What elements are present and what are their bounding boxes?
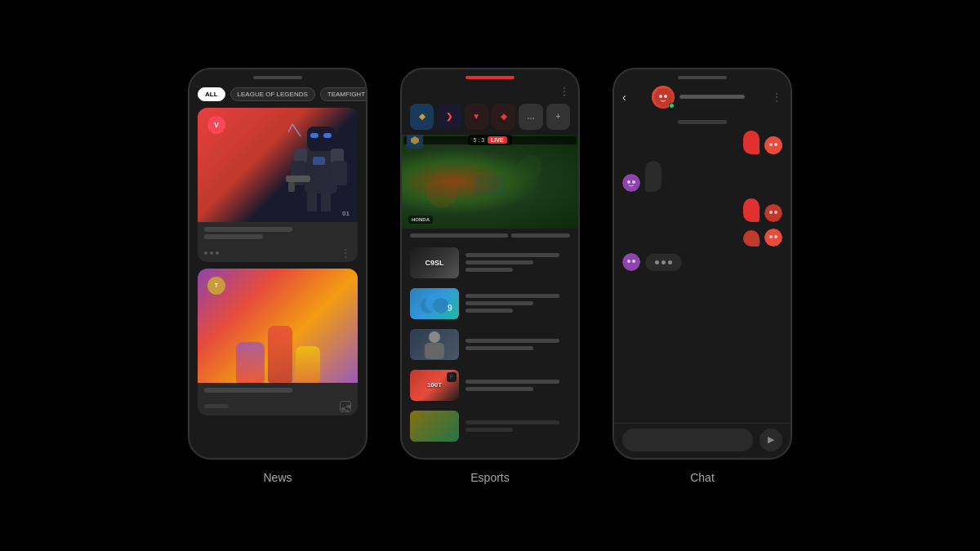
stream-info-4 [466, 380, 570, 391]
svg-rect-9 [288, 182, 295, 192]
stream-thumb-c9sl: C9SL [410, 247, 459, 278]
svg-text:9: 9 [448, 302, 452, 312]
card-meta-bar-2 [204, 234, 263, 239]
more-options-dots[interactable]: ⋮ [340, 247, 351, 259]
game-icon-valorant[interactable]: ❯ [437, 104, 461, 130]
stream-item-1[interactable]: C9SL [402, 242, 578, 283]
message-sent-1 [622, 131, 782, 154]
received-stack-1 [645, 161, 662, 192]
typing-av [622, 253, 640, 271]
chat-messages [614, 115, 791, 423]
tft-char-2 [268, 326, 292, 383]
stream-pill-2 [511, 233, 570, 238]
tft-char-3 [296, 346, 320, 383]
svg-point-18 [425, 176, 457, 207]
tft-char-1 [236, 342, 265, 383]
svg-point-41 [774, 235, 777, 238]
news-card-valorant[interactable]: V [198, 108, 358, 262]
sent-av-inner-1 [764, 136, 782, 154]
stream-video[interactable]: 5 : 3 LIVE HONDA [402, 135, 578, 229]
tft-logo: T [207, 277, 225, 295]
notch-bar-esports [466, 76, 514, 79]
game-icons-row: ◆ ❯ ▼ ◈ … + [402, 100, 578, 135]
svg-point-23 [433, 297, 448, 313]
svg-point-32 [774, 143, 777, 146]
chat-input-area: ▶ [614, 423, 791, 458]
game-icon-tft[interactable]: ◈ [492, 104, 515, 130]
typing-dot-2 [662, 260, 666, 264]
stream-thumb-100t: 100T F [410, 370, 459, 401]
back-button[interactable]: ‹ [622, 91, 626, 104]
card-footer-1: ⋮ [198, 244, 358, 262]
news-content: ALL LEAGUE OF LEGENDS TEAMFIGHT T V [189, 82, 366, 458]
svg-point-39 [764, 229, 782, 247]
valorant-logo: V [207, 116, 225, 134]
card-footer-2 [198, 398, 358, 415]
info-bar-1c [466, 268, 513, 272]
stream-info-1 [466, 253, 570, 272]
info-bar-1a [466, 253, 559, 257]
news-card-tft[interactable]: T [198, 269, 358, 415]
stream-item-4[interactable]: 100T F [402, 365, 578, 406]
av-face-s2 [764, 204, 782, 222]
svg-rect-14 [313, 157, 325, 165]
news-phone-wrapper: ALL LEAGUE OF LEGENDS TEAMFIGHT T V [188, 68, 368, 484]
svg-point-31 [769, 143, 773, 146]
card-meta-bar-1 [204, 227, 292, 232]
svg-point-38 [774, 211, 777, 214]
av-face-typing [622, 253, 640, 271]
online-indicator [669, 103, 675, 109]
svg-rect-3 [323, 133, 332, 138]
game-icon-arrow[interactable]: ▼ [465, 104, 488, 130]
bubble-sent-1 [743, 131, 760, 154]
message-sent-3 [622, 229, 782, 247]
timestamp-bar [678, 120, 727, 124]
svg-rect-7 [332, 161, 347, 185]
cloud9-logo: 9 [410, 288, 459, 319]
stream-item-3[interactable] [402, 324, 578, 365]
player-silhouette [418, 331, 451, 360]
av-face-r1 [622, 174, 640, 192]
svg-rect-8 [286, 176, 310, 182]
stream-item-5[interactable] [402, 406, 578, 447]
esports-dots-menu[interactable]: ⋮ [559, 86, 570, 97]
svg-point-43 [627, 260, 630, 263]
info-bar-2b [466, 301, 533, 305]
svg-point-37 [769, 211, 773, 214]
message-received-1 [622, 161, 782, 192]
svg-line-16 [288, 124, 292, 132]
info-bar-5a [466, 420, 559, 424]
stream-pill-1 [410, 233, 508, 238]
game-icon-lol[interactable]: ◆ [410, 104, 434, 130]
svg-rect-1 [307, 127, 335, 151]
info-bar-3a [466, 339, 559, 343]
stream-item-2[interactable]: 9 [402, 283, 578, 324]
game-icon-plus[interactable]: + [546, 104, 570, 130]
send-button[interactable]: ▶ [760, 429, 782, 451]
svg-point-25 [429, 331, 440, 343]
stream-info-5 [466, 420, 570, 432]
news-phone: ALL LEAGUE OF LEGENDS TEAMFIGHT T V [188, 68, 368, 460]
sent-av-3 [764, 229, 782, 247]
svg-rect-10 [307, 192, 317, 215]
phone-notch-news [189, 69, 366, 82]
tab-tft[interactable]: TEAMFIGHT T [320, 87, 366, 101]
av-face-s3 [764, 229, 782, 247]
dot-1 [204, 251, 207, 255]
game-icon-more[interactable]: … [519, 104, 542, 130]
chat-input[interactable] [622, 429, 753, 451]
pagination-dots [204, 251, 219, 255]
tab-lol[interactable]: LEAGUE OF LEGENDS [230, 87, 315, 101]
stream-bottom-bar [402, 229, 578, 242]
tft-card-image: T [198, 269, 358, 383]
typing-dot-1 [655, 260, 659, 264]
share-icon[interactable] [340, 401, 351, 412]
svg-point-36 [764, 204, 782, 222]
chat-content: ‹ [614, 82, 791, 458]
stream-info-3 [466, 339, 570, 350]
tab-all[interactable]: ALL [198, 87, 225, 101]
svg-point-29 [664, 95, 667, 98]
tft-meta-bar-1 [204, 388, 292, 393]
bubble-recv-1 [645, 161, 662, 192]
chat-menu-dots[interactable]: ⋮ [771, 91, 782, 104]
